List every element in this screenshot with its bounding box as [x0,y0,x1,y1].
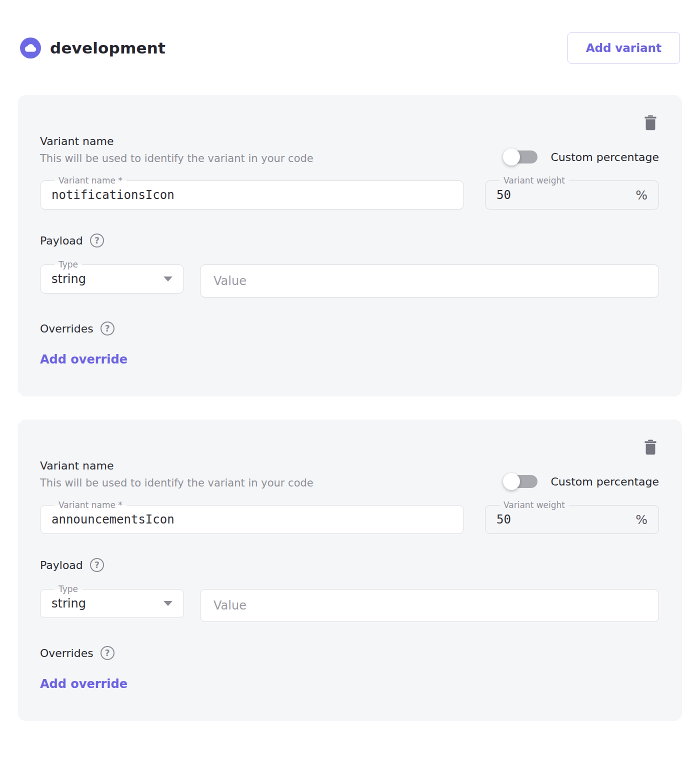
payload-type-label: Type [54,585,82,594]
payload-type-select[interactable]: Type string [40,585,184,618]
name-and-weight-row: Variant name * Variant weight % [40,501,659,534]
delete-variant-button[interactable] [642,114,659,131]
card-actions [40,114,659,132]
custom-percentage-toggle[interactable] [506,475,538,488]
payload-type-label: Type [54,260,82,269]
variant-weight-field: Variant weight % [485,176,659,210]
payload-help-icon[interactable]: ? [90,234,104,248]
variant-name-input[interactable] [52,512,452,526]
section-subtitle: This will be used to identify the varian… [40,477,314,489]
overrides-help-icon[interactable]: ? [100,646,114,660]
variant-weight-field-label: Variant weight [500,176,569,185]
variant-weight-input[interactable] [496,188,630,202]
variant-weight-input[interactable] [496,512,630,526]
variant-name-field: Variant name * [40,176,464,210]
add-override-button[interactable]: Add override [40,677,128,691]
payload-header: Payload ? [40,558,659,572]
add-variant-button[interactable]: Add variant [568,32,680,64]
payload-label: Payload [40,234,83,247]
caret-down-icon [164,276,172,282]
payload-type-select[interactable]: Type string [40,260,184,294]
custom-percentage-label: Custom percentage [550,151,659,164]
overrides-label: Overrides [40,322,94,335]
payload-type-value: string [52,596,86,610]
trash-icon [644,114,658,130]
variant-weight-field-label: Variant weight [500,501,569,510]
caret-down-icon [164,601,172,606]
card-actions [40,438,659,456]
section-title: Variant name [40,135,314,148]
page: development Add variant Variant name Thi… [0,0,700,738]
variant-weight-field: Variant weight % [485,501,659,534]
overrides-label: Overrides [40,647,94,660]
custom-percentage-toggle[interactable] [506,150,538,164]
variant-name-field: Variant name * [40,501,464,534]
delete-variant-button[interactable] [642,438,659,456]
payload-row: Type string [40,585,659,622]
custom-percentage-control: Custom percentage [504,475,659,489]
percent-suffix: % [630,512,648,527]
header: development Add variant [18,32,682,64]
section-title: Variant name [40,460,314,472]
section-subtitle: This will be used to identify the varian… [40,152,314,164]
payload-value-input[interactable] [200,589,659,622]
name-and-weight-row: Variant name * Variant weight % [40,176,659,210]
variant-name-header: Variant name This will be used to identi… [40,460,314,489]
payload-help-icon[interactable]: ? [90,558,104,572]
variant-name-input[interactable] [52,188,452,202]
environment-header: development [20,38,166,58]
add-override-button[interactable]: Add override [40,352,128,366]
variant-name-field-label: Variant name * [54,501,126,510]
custom-percentage-control: Custom percentage [504,150,659,164]
toggle-knob [503,148,520,166]
percent-suffix: % [630,188,648,202]
overrides-header: Overrides ? [40,646,659,660]
variant-name-header: Variant name This will be used to identi… [40,135,314,164]
overrides-header: Overrides ? [40,322,659,336]
overrides-help-icon[interactable]: ? [100,322,114,336]
payload-header: Payload ? [40,234,659,248]
payload-type-value: string [52,272,86,286]
payload-row: Type string [40,260,659,298]
custom-percentage-label: Custom percentage [550,476,659,488]
variant-name-field-label: Variant name * [54,176,126,185]
variant-card: Variant name This will be used to identi… [18,95,682,396]
variant-name-header-row: Variant name This will be used to identi… [40,460,659,489]
page-title: development [50,39,166,57]
trash-icon [644,439,658,455]
payload-value-input[interactable] [200,264,659,298]
variant-card: Variant name This will be used to identi… [18,420,682,721]
cloud-icon [20,38,41,58]
toggle-knob [503,473,520,490]
payload-label: Payload [40,559,83,572]
variant-name-header-row: Variant name This will be used to identi… [40,135,659,164]
